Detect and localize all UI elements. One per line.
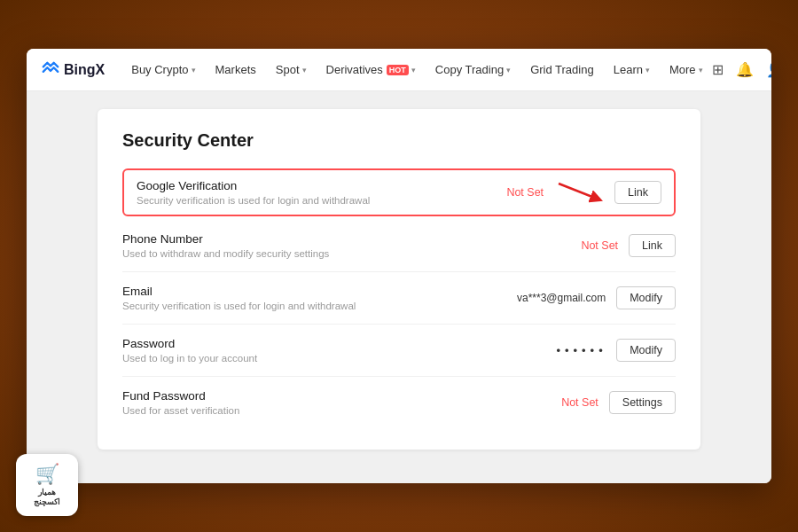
email-title: Email	[122, 285, 517, 298]
fund-password-info: Fund Password Used for asset verificatio…	[122, 389, 550, 416]
password-desc: Used to log in to your account	[122, 353, 555, 364]
panel-title: Security Center	[122, 130, 676, 151]
nav-markets[interactable]: Markets	[207, 58, 265, 82]
svg-line-1	[559, 184, 597, 199]
password-item: Password Used to log in to your account …	[122, 325, 676, 377]
password-modify-button[interactable]: Modify	[616, 339, 676, 362]
nav-more[interactable]: More ▾	[661, 58, 712, 82]
nav-spot[interactable]: Spot ▾	[267, 58, 316, 82]
wallet-icon[interactable]: ⊞	[712, 61, 724, 78]
google-verification-status: Not Set	[495, 186, 544, 199]
nav-grid-trading[interactable]: Grid Trading	[521, 58, 603, 82]
fund-password-desc: Used for asset verification	[122, 405, 550, 416]
logo-text: BingX	[64, 62, 105, 78]
fund-password-status: Not Set	[550, 396, 598, 409]
logo[interactable]: BingX	[41, 60, 105, 80]
bottom-logo: 🛒 همیار اکسچنج	[16, 454, 78, 516]
phone-number-desc: Used to withdraw and modify security set…	[122, 248, 569, 259]
nav-copy-trading[interactable]: Copy Trading ▾	[426, 58, 520, 82]
nav-buy-crypto[interactable]: Buy Crypto ▾	[122, 58, 204, 82]
password-status: ••••••	[555, 344, 606, 357]
bottom-logo-text: 🛒 همیار اکسچنج	[34, 462, 60, 508]
fund-password-item: Fund Password Used for asset verificatio…	[122, 377, 676, 428]
browser-window: BingX Buy Crypto ▾ Markets Spot ▾ Deriva…	[27, 49, 771, 483]
fund-password-settings-button[interactable]: Settings	[609, 391, 676, 414]
email-modify-button[interactable]: Modify	[616, 286, 676, 309]
phone-number-link-button[interactable]: Link	[629, 234, 676, 257]
security-panel: Security Center Google Verification Secu…	[98, 109, 700, 450]
nav-items: Buy Crypto ▾ Markets Spot ▾ Derivatives …	[122, 58, 711, 82]
nav-derivatives[interactable]: Derivatives HOT ▾	[317, 58, 425, 82]
red-arrow-container	[554, 179, 607, 206]
phone-number-info: Phone Number Used to withdraw and modify…	[122, 232, 569, 259]
email-item: Email Security verification is used for …	[122, 272, 676, 325]
google-verification-desc: Security verification is used for login …	[137, 195, 495, 206]
chevron-icon: ▾	[302, 66, 307, 74]
google-verification-link-button[interactable]: Link	[614, 181, 661, 204]
bell-icon[interactable]: 🔔	[736, 61, 754, 78]
navbar: BingX Buy Crypto ▾ Markets Spot ▾ Deriva…	[27, 49, 771, 91]
phone-number-item: Phone Number Used to withdraw and modify…	[122, 220, 676, 272]
user-icon[interactable]: 👤	[766, 61, 771, 78]
chevron-icon: ▾	[645, 66, 650, 74]
chevron-icon: ▾	[192, 66, 196, 74]
google-verification-item: Google Verification Security verificatio…	[122, 168, 676, 216]
phone-number-status: Not Set	[569, 239, 618, 252]
password-title: Password	[122, 337, 555, 350]
google-verification-title: Google Verification	[137, 179, 495, 192]
main-content: Security Center Google Verification Secu…	[27, 91, 771, 483]
email-info: Email Security verification is used for …	[122, 285, 517, 311]
chevron-icon: ▾	[699, 66, 703, 74]
password-info: Password Used to log in to your account	[122, 337, 555, 364]
nav-learn[interactable]: Learn ▾	[605, 58, 659, 82]
chevron-icon: ▾	[411, 66, 416, 74]
fund-password-title: Fund Password	[122, 389, 550, 403]
phone-number-title: Phone Number	[122, 232, 569, 246]
nav-right-icons: ⊞ 🔔 👤 ⬇ 🌐	[712, 61, 771, 78]
chevron-icon: ▾	[506, 66, 511, 74]
email-desc: Security verification is used for login …	[122, 301, 517, 311]
google-verification-info: Google Verification Security verificatio…	[137, 179, 495, 206]
red-arrow-icon	[554, 179, 607, 206]
email-status: va***3@gmail.com	[517, 292, 606, 304]
